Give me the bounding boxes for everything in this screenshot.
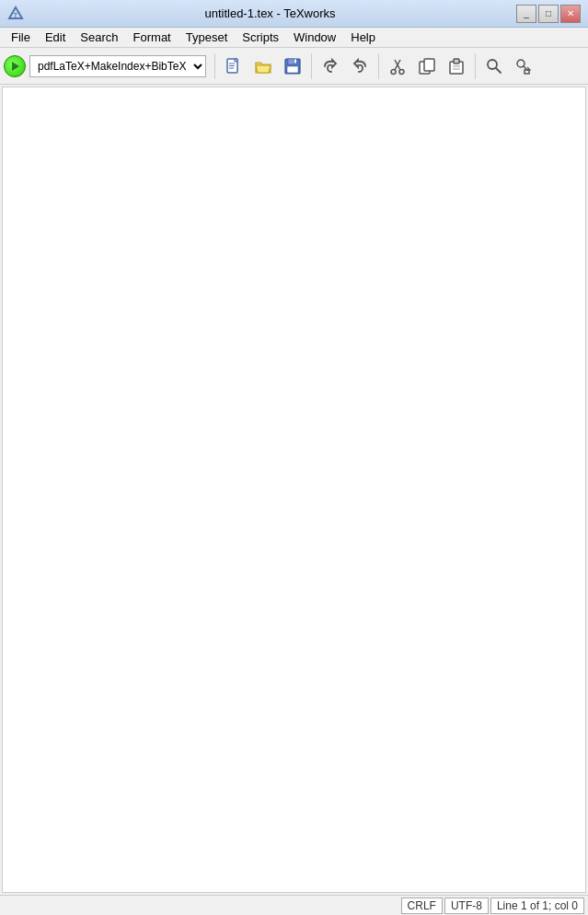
svg-point-12 [391, 69, 396, 74]
open-button[interactable] [249, 52, 277, 80]
undo-button[interactable] [317, 52, 344, 80]
app-window: T untitled-1.tex - TeXworks _ □ ✕ File E… [0, 0, 588, 915]
menu-typeset[interactable]: Typeset [179, 28, 236, 47]
replace-button[interactable] [510, 52, 537, 80]
line-ending-indicator: CRLF [401, 898, 443, 914]
menu-scripts[interactable]: Scripts [235, 28, 286, 47]
svg-point-13 [399, 69, 404, 74]
minimize-button[interactable]: _ [516, 5, 536, 23]
svg-text:T: T [14, 12, 18, 18]
editor-area[interactable] [2, 87, 586, 893]
toolbar-separator-2 [311, 53, 312, 79]
svg-rect-9 [294, 59, 296, 63]
toolbar-separator-3 [378, 53, 379, 79]
svg-rect-17 [454, 59, 459, 64]
menu-search[interactable]: Search [73, 28, 125, 47]
typeset-dropdown[interactable]: pdfLaTeX+MakeIndex+BibTeX pdfLaTeX XeLaT… [29, 55, 206, 77]
window-controls: _ □ ✕ [516, 5, 581, 23]
run-typeset-button[interactable] [4, 55, 26, 77]
toolbar-separator-1 [214, 53, 215, 79]
find-button[interactable] [480, 52, 508, 80]
menu-edit[interactable]: Edit [38, 28, 73, 47]
menu-file[interactable]: File [4, 28, 38, 47]
copy-button[interactable] [413, 52, 441, 80]
menu-window[interactable]: Window [286, 28, 343, 47]
svg-rect-15 [424, 59, 434, 71]
typeset-section: pdfLaTeX+MakeIndex+BibTeX pdfLaTeX XeLaT… [4, 55, 206, 77]
toolbar: pdfLaTeX+MakeIndex+BibTeX pdfLaTeX XeLaT… [0, 48, 588, 85]
menu-bar: File Edit Search Format Typeset Scripts … [0, 28, 588, 48]
redo-button[interactable] [346, 52, 374, 80]
window-title: untitled-1.tex - TeXworks [24, 6, 516, 20]
toolbar-separator-4 [475, 53, 476, 79]
title-bar: T untitled-1.tex - TeXworks _ □ ✕ [0, 0, 588, 28]
paste-button[interactable] [443, 52, 470, 80]
cursor-position: Line 1 of 1; col 0 [490, 898, 584, 914]
new-button[interactable] [220, 52, 248, 80]
maximize-button[interactable]: □ [538, 5, 559, 23]
svg-rect-7 [288, 59, 294, 64]
save-button[interactable] [279, 52, 306, 80]
status-bar: CRLF UTF-8 Line 1 of 1; col 0 [0, 895, 588, 915]
menu-help[interactable]: Help [343, 28, 383, 47]
menu-format[interactable]: Format [126, 28, 179, 47]
close-button[interactable]: ✕ [560, 5, 581, 23]
svg-rect-8 [287, 66, 298, 73]
cut-button[interactable] [384, 52, 411, 80]
svg-line-21 [496, 68, 501, 73]
encoding-indicator: UTF-8 [444, 898, 489, 914]
editor-textarea[interactable] [3, 87, 585, 892]
app-icon: T [7, 6, 24, 22]
